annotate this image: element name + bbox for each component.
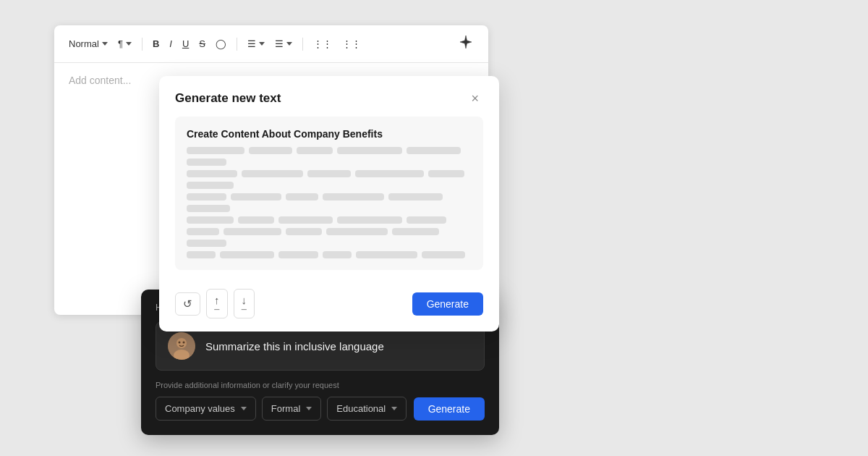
skel	[278, 251, 318, 258]
paragraph-selector[interactable]: ¶	[114, 35, 136, 52]
style-chevron-icon	[102, 42, 108, 46]
sep-1	[142, 38, 142, 51]
skeleton-row-4	[187, 216, 472, 224]
align-selector[interactable]: ☰	[243, 35, 269, 52]
shorten-button[interactable]: ↑─	[206, 289, 228, 318]
skel	[355, 170, 424, 177]
bold-button[interactable]: B	[148, 35, 163, 52]
ordered-list-button[interactable]: ⋮⋮	[338, 35, 365, 52]
skel	[407, 147, 461, 154]
skel	[224, 228, 281, 235]
skel	[388, 193, 443, 200]
style-chevron-icon	[391, 407, 397, 410]
style-label: Normal	[69, 38, 99, 49]
sparkle-icon	[458, 34, 474, 50]
style-label: Educational	[336, 403, 386, 414]
modal-actions: ↺ ↑─ ↓─ Generate	[159, 282, 499, 332]
tone-dropdown[interactable]: Formal	[262, 397, 321, 421]
skel	[238, 216, 274, 224]
skel	[323, 251, 352, 258]
skel	[337, 147, 402, 154]
skeleton-row-3	[187, 193, 472, 212]
skel	[286, 193, 318, 200]
skel	[323, 193, 384, 200]
strikethrough-button[interactable]: S	[195, 35, 210, 52]
skel	[231, 193, 281, 200]
format-group: B I U S ◯	[148, 35, 231, 52]
tone-chevron-icon	[306, 407, 312, 410]
indent-label: ☰	[275, 38, 284, 49]
skel	[187, 205, 230, 212]
improve-info-label: Provide additional information or clarif…	[156, 381, 485, 389]
skel	[187, 251, 216, 258]
ai-sparkle-button[interactable]	[454, 33, 478, 55]
refresh-button[interactable]: ↺	[175, 292, 200, 316]
skel	[220, 251, 274, 258]
lengthen-icon: ↓─	[242, 294, 247, 313]
avatar	[168, 332, 195, 360]
style-selector[interactable]: Normal	[64, 35, 112, 52]
skel	[187, 182, 234, 189]
topic-label: Company values	[165, 403, 235, 414]
skeleton-row-1	[187, 147, 472, 166]
lengthen-button[interactable]: ↓─	[234, 289, 255, 318]
generate-modal: Generate new text × Create Content About…	[159, 76, 499, 332]
skel	[187, 228, 219, 235]
skeleton-row-5	[187, 228, 472, 247]
topic-chevron-icon	[241, 407, 247, 410]
suggestion-text: Summarize this in inclusive language	[205, 340, 384, 352]
skel	[428, 170, 464, 177]
svg-point-4	[183, 342, 185, 344]
svg-point-3	[179, 342, 181, 344]
skel	[187, 159, 226, 166]
improve-controls: Company values Formal Educational Genera…	[156, 397, 485, 421]
skel	[326, 228, 388, 235]
skel	[392, 228, 439, 235]
skel	[286, 228, 322, 235]
align-group: ☰ ☰	[243, 35, 297, 52]
modal-title: Generate new text	[175, 91, 281, 106]
editor-toolbar: Normal ¶ B I U S ◯ ☰ ☰	[54, 25, 488, 63]
skel	[337, 216, 402, 224]
tone-label: Formal	[271, 403, 300, 414]
modal-header: Generate new text ×	[159, 76, 499, 117]
indent-chevron-icon	[286, 42, 292, 46]
style-group: Normal ¶	[64, 35, 136, 52]
skel	[249, 147, 292, 154]
bullet-list-button[interactable]: ⋮⋮	[309, 35, 336, 52]
skel	[422, 251, 465, 258]
skel	[407, 216, 446, 224]
improve-generate-button[interactable]: Generate	[414, 397, 485, 421]
sep-2	[237, 38, 237, 51]
skeleton-content	[187, 147, 472, 258]
skeleton-row-2	[187, 170, 472, 189]
skel	[187, 147, 244, 154]
modal-preview-area: Create Content About Company Benefits	[175, 117, 483, 270]
list-group: ⋮⋮ ⋮⋮	[309, 35, 365, 52]
modal-generate-button[interactable]: Generate	[412, 292, 483, 316]
shorten-icon: ↑─	[214, 294, 220, 313]
topic-dropdown[interactable]: Company values	[156, 397, 256, 421]
skel	[187, 240, 226, 247]
skel	[278, 216, 333, 224]
skel	[242, 170, 303, 177]
skeleton-row-6	[187, 251, 472, 258]
underline-button[interactable]: U	[178, 35, 193, 52]
paragraph-label: ¶	[118, 38, 123, 49]
align-chevron-icon	[259, 42, 265, 46]
editor-placeholder: Add content...	[69, 75, 131, 86]
skel	[307, 170, 351, 177]
highlight-button[interactable]: ◯	[211, 35, 231, 52]
style-dropdown[interactable]: Educational	[327, 397, 407, 421]
skel	[187, 170, 237, 177]
indent-selector[interactable]: ☰	[271, 35, 297, 52]
italic-button[interactable]: I	[165, 35, 176, 52]
modal-close-button[interactable]: ×	[467, 90, 483, 106]
align-label: ☰	[247, 38, 256, 49]
skel	[297, 147, 333, 154]
refresh-icon: ↺	[183, 297, 192, 311]
skel	[187, 193, 226, 200]
preview-title: Create Content About Company Benefits	[187, 128, 472, 140]
sep-3	[302, 38, 303, 51]
skel	[356, 251, 417, 258]
